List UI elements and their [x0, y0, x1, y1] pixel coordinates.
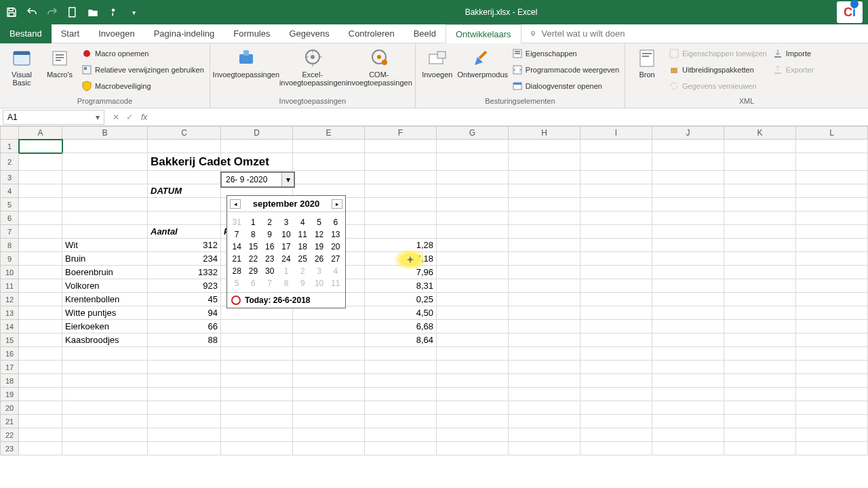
calendar-day[interactable]: 5 — [229, 277, 245, 289]
cell[interactable] — [796, 184, 868, 198]
cell[interactable] — [652, 442, 724, 455]
cell[interactable] — [365, 374, 437, 388]
tab-file[interactable]: Bestand — [0, 24, 52, 43]
cell[interactable]: Bakkerij Cadet Omzet — [148, 153, 221, 171]
calendar-day[interactable]: 9 — [262, 228, 278, 241]
calendar-day[interactable]: 24 — [278, 253, 294, 265]
cell[interactable] — [148, 171, 221, 184]
cell[interactable] — [509, 401, 580, 415]
qat-dropdown-icon[interactable]: ▾ — [127, 6, 140, 18]
calendar-day[interactable]: 10 — [278, 228, 294, 241]
calendar-day[interactable]: 4 — [328, 265, 344, 277]
cell[interactable] — [293, 171, 365, 184]
record-macro-button[interactable]: Macro opnemen — [81, 46, 204, 61]
cell[interactable] — [437, 306, 509, 320]
cell[interactable] — [437, 198, 509, 211]
tell-me[interactable]: Vertel wat u wilt doen — [528, 28, 625, 39]
cell[interactable] — [652, 239, 724, 252]
cell[interactable] — [724, 225, 796, 239]
cell[interactable] — [365, 388, 437, 401]
cell[interactable] — [19, 415, 62, 428]
col-header[interactable]: K — [724, 126, 796, 140]
cell[interactable] — [580, 266, 652, 279]
open-icon[interactable] — [87, 6, 99, 18]
row-header[interactable]: 1 — [0, 140, 19, 153]
cell[interactable]: 234 — [148, 252, 221, 266]
cell[interactable] — [437, 361, 509, 374]
tab-start[interactable]: Start — [52, 24, 89, 43]
cell[interactable] — [652, 347, 724, 361]
cell[interactable] — [580, 225, 652, 239]
cell[interactable] — [148, 140, 221, 153]
cell[interactable] — [221, 415, 293, 428]
calendar-day[interactable]: 13 — [328, 228, 344, 241]
cell[interactable] — [62, 171, 148, 184]
calendar-day[interactable]: 25 — [294, 253, 311, 265]
calendar-day[interactable]: 26 — [311, 253, 327, 265]
calendar-day[interactable]: 1 — [278, 265, 294, 277]
excel-addins-button[interactable]: Excel- invoegtoepassingen — [282, 46, 343, 87]
cell[interactable] — [19, 279, 62, 293]
cell[interactable] — [796, 252, 868, 266]
cell[interactable] — [437, 428, 509, 442]
cell[interactable] — [580, 320, 652, 333]
cell[interactable] — [437, 239, 509, 252]
cell[interactable] — [796, 225, 868, 239]
calendar-day[interactable]: 12 — [311, 228, 327, 241]
cell[interactable] — [796, 361, 868, 374]
cell[interactable] — [580, 252, 652, 266]
calendar-day[interactable]: 29 — [245, 265, 261, 277]
row-header[interactable]: 18 — [0, 374, 19, 388]
cell[interactable] — [652, 428, 724, 442]
cell[interactable]: 312 — [148, 239, 221, 252]
calendar-month[interactable]: september 2020 — [253, 199, 319, 209]
col-header[interactable]: I — [580, 126, 652, 140]
cell[interactable] — [509, 153, 580, 171]
touch-mode-icon[interactable] — [107, 6, 119, 18]
cell[interactable] — [509, 279, 580, 293]
cell[interactable] — [580, 184, 652, 198]
cell[interactable] — [652, 293, 724, 306]
cell[interactable] — [580, 306, 652, 320]
cell[interactable] — [221, 388, 293, 401]
tab-developer[interactable]: Ontwikkelaars — [446, 24, 521, 43]
cell[interactable] — [509, 333, 580, 347]
col-header[interactable]: A — [19, 126, 62, 140]
cell[interactable] — [437, 171, 509, 184]
cell[interactable] — [62, 347, 148, 361]
calendar-day[interactable]: 2 — [262, 216, 278, 228]
cell[interactable] — [19, 388, 62, 401]
date-dropdown-button[interactable]: ▾ — [281, 173, 294, 186]
calendar-day[interactable]: 3 — [278, 216, 294, 228]
cell[interactable] — [365, 401, 437, 415]
col-header[interactable]: C — [148, 126, 221, 140]
cell[interactable] — [19, 333, 62, 347]
cell[interactable] — [148, 428, 221, 442]
cell[interactable] — [293, 140, 365, 153]
cell[interactable] — [509, 320, 580, 333]
tab-page-layout[interactable]: Pagina-indeling — [144, 24, 224, 43]
row-header[interactable]: 7 — [0, 225, 19, 239]
cell[interactable] — [796, 442, 868, 455]
cell[interactable] — [148, 361, 221, 374]
calendar-day[interactable]: 23 — [262, 253, 278, 265]
cell[interactable] — [509, 415, 580, 428]
cell[interactable] — [62, 225, 148, 239]
cell[interactable] — [652, 374, 724, 388]
cell[interactable] — [19, 171, 62, 184]
cell[interactable] — [293, 374, 365, 388]
cell[interactable] — [652, 306, 724, 320]
cell[interactable] — [437, 211, 509, 225]
cell[interactable] — [509, 252, 580, 266]
cell[interactable] — [796, 388, 868, 401]
cell[interactable] — [19, 306, 62, 320]
cell[interactable] — [62, 415, 148, 428]
calendar-day[interactable]: 7 — [229, 228, 245, 241]
cell[interactable] — [437, 442, 509, 455]
calendar-day[interactable]: 14 — [229, 241, 245, 253]
cell[interactable] — [724, 211, 796, 225]
cell[interactable] — [796, 320, 868, 333]
cell[interactable] — [652, 388, 724, 401]
cell[interactable] — [62, 140, 148, 153]
cell[interactable] — [19, 198, 62, 211]
